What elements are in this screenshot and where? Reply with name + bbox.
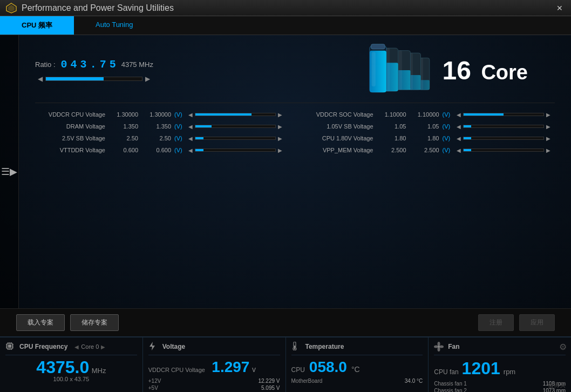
svg-point-39 — [439, 346, 444, 348]
ratio-d4: . — [90, 58, 97, 71]
v-arr-right-r1[interactable]: ▶ — [546, 124, 550, 130]
tab-auto-tuning[interactable]: Auto Tuning — [74, 16, 154, 35]
v-val2-3: 0.600 — [141, 147, 171, 153]
voltage-icon — [148, 342, 158, 352]
v-slider-r3[interactable]: ◀ ▶ — [457, 147, 555, 153]
cpu-freq-nav: ◀ Core 0 ▶ — [74, 343, 105, 350]
v-arr-right-1[interactable]: ▶ — [278, 124, 282, 130]
side-nav[interactable]: ☰▶ — [0, 35, 19, 308]
load-button[interactable]: 载入专案 — [16, 314, 65, 331]
svg-point-40 — [438, 347, 440, 352]
voltage-row-r0: VDDCR SOC Voltage 1.10000 1.10000 (V) ◀ … — [303, 111, 555, 118]
freq-main-unit: MHz — [92, 367, 106, 375]
v-track-1[interactable] — [195, 125, 276, 128]
apply-button[interactable]: 应用 — [519, 314, 555, 331]
v-arr-right-r3[interactable]: ▶ — [546, 147, 550, 153]
svg-rect-10 — [399, 51, 402, 90]
v-val1-3: 0.600 — [108, 147, 138, 153]
ratio-section: Ratio : 0 4 3 . 7 5 4375 MHz ◀ — [35, 43, 555, 97]
v-arr-left-r1[interactable]: ◀ — [457, 124, 461, 130]
core-prev-arrow[interactable]: ◀ — [74, 344, 79, 350]
v-label-1: DRAM Voltage — [35, 123, 105, 130]
default-button[interactable]: 注册 — [478, 314, 514, 331]
v-fill-3 — [195, 149, 203, 151]
core-label: Core — [481, 61, 528, 84]
voltage-header: Voltage — [148, 342, 280, 355]
ratio-slider[interactable] — [45, 77, 142, 81]
v-slider-0[interactable]: ◀ ▶ — [188, 112, 287, 118]
save-button[interactable]: 储存专案 — [70, 314, 119, 331]
v-track-3[interactable] — [195, 148, 276, 152]
v-arr-right-r2[interactable]: ▶ — [546, 136, 550, 141]
v-arr-left-0[interactable]: ◀ — [188, 112, 193, 118]
v-slider-r2[interactable]: ◀ ▶ — [457, 136, 555, 141]
core-number: 16 — [442, 56, 471, 85]
v-val2-r3: 2.500 — [410, 147, 439, 153]
v-arr-left-r3[interactable]: ◀ — [457, 147, 461, 153]
v-slider-2[interactable]: ◀ ▶ — [188, 136, 287, 141]
v-slider-1[interactable]: ◀ ▶ — [188, 124, 287, 130]
v-fill-r0 — [464, 113, 504, 116]
v-arr-left-2[interactable]: ◀ — [188, 136, 193, 141]
freq-main-container: 4375.0 MHz 100.0 x 43.75 — [5, 359, 137, 382]
voltage-row-r2: CPU 1.80V Voltage 1.80 1.80 (V) ◀ ▶ — [303, 135, 555, 141]
v-val1-1: 1.350 — [108, 123, 138, 130]
ratio-left: Ratio : 0 4 3 . 7 5 4375 MHz ◀ — [35, 58, 153, 83]
v-track-0[interactable] — [195, 113, 276, 116]
temp-cpu-row: CPU 058.0 °C — [291, 359, 423, 376]
ratio-slider-container: ◀ ▶ — [38, 75, 150, 83]
v-slider-r1[interactable]: ◀ ▶ — [457, 124, 555, 130]
close-button[interactable]: ✕ — [554, 4, 566, 12]
v-slider-3[interactable]: ◀ ▶ — [188, 147, 287, 153]
v-track-r3[interactable] — [463, 148, 544, 152]
v-label-0: VDDCR CPU Voltage — [35, 111, 105, 118]
v-val1-r2: 1.80 — [377, 135, 406, 141]
v-val2-r2: 1.80 — [410, 135, 439, 141]
v-arr-left-r2[interactable]: ◀ — [457, 136, 461, 141]
v-unit-1: (V) — [174, 123, 185, 130]
fan-row-1: Chassis fan 2 1073 rpm — [434, 388, 566, 392]
v-arr-right-3[interactable]: ▶ — [278, 147, 282, 153]
v-arr-right-2[interactable]: ▶ — [278, 136, 282, 141]
core-bottles — [369, 43, 434, 97]
tab-cpu-freq[interactable]: CPU 频率 — [0, 16, 74, 35]
ratio-d6: 5 — [110, 58, 116, 71]
fan-main-value: 1201 — [462, 359, 500, 379]
v-fill-r1 — [464, 125, 472, 127]
fan-main-row: CPU fan 1201 rpm — [434, 359, 566, 379]
v-track-r0[interactable] — [463, 113, 544, 116]
v-arr-right-r0[interactable]: ▶ — [546, 112, 550, 118]
v-slider-r0[interactable]: ◀ ▶ — [457, 112, 555, 118]
v-row-1: +5V 5.095 V — [148, 385, 280, 391]
v-arr-left-r0[interactable]: ◀ — [457, 112, 461, 118]
v-unit-r3: (V) — [443, 147, 453, 153]
v-val1-0: 1.30000 — [108, 111, 138, 118]
gear-icon[interactable]: ⚙ — [559, 342, 567, 352]
v-arr-right-0[interactable]: ▶ — [278, 112, 282, 118]
v-arr-left-3[interactable]: ◀ — [188, 147, 193, 153]
v-unit-r1: (V) — [443, 123, 453, 130]
v-val2-1: 1.350 — [141, 123, 171, 130]
temperature-panel: Temperature CPU 058.0 °C MotherBoard 34.… — [286, 337, 429, 392]
core-display: 16 Core — [369, 43, 528, 97]
v-track-r2[interactable] — [463, 137, 544, 140]
v-val1-2: 2.50 — [108, 135, 138, 141]
v-arr-left-1[interactable]: ◀ — [188, 124, 193, 130]
voltage-main-row: VDDCR CPU Voltage 1.297 v — [148, 359, 280, 376]
core-label: Core 0 — [81, 343, 99, 350]
voltage-col-right: VDDCR SOC Voltage 1.10000 1.10000 (V) ◀ … — [303, 111, 555, 159]
temp-cpu-unit: °C — [351, 365, 360, 374]
fan-row-0: Chassis fan 1 1108 rpm — [434, 381, 566, 387]
v-track-r1[interactable] — [463, 125, 544, 128]
ratio-slider-right-arrow[interactable]: ▶ — [145, 75, 150, 83]
core-next-arrow[interactable]: ▶ — [101, 344, 105, 350]
voltage-section: VDDCR CPU Voltage 1.30000 1.30000 (V) ◀ … — [35, 111, 555, 159]
ratio-slider-fill — [46, 77, 104, 80]
ratio-mhz: 4375 MHz — [121, 60, 153, 69]
ratio-slider-left-arrow[interactable]: ◀ — [38, 75, 43, 83]
ratio-digits: 0 4 3 . 7 5 — [61, 58, 116, 71]
v-track-2[interactable] — [195, 137, 276, 140]
cpu-freq-header: CPU Frequency ◀ Core 0 ▶ — [5, 342, 137, 355]
v-val2-r1: 1.05 — [410, 123, 439, 130]
v-unit-r0: (V) — [443, 111, 453, 118]
